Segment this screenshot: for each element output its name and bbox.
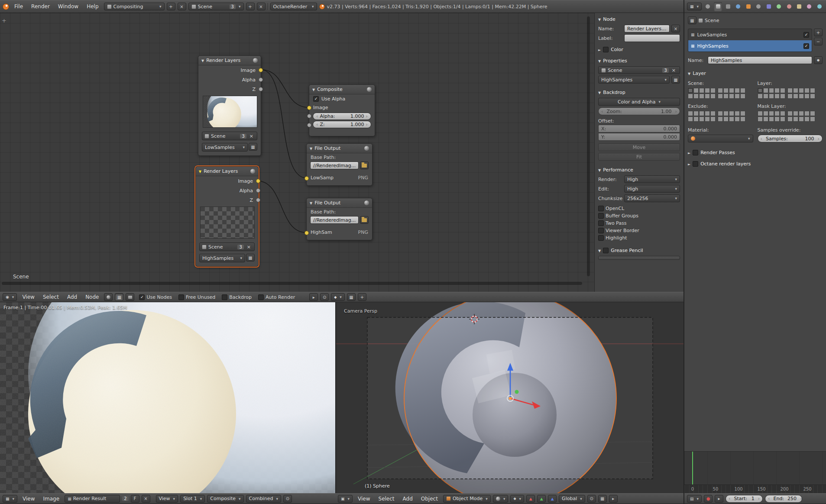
- render-layer-select[interactable]: HighSamples: [199, 254, 245, 262]
- render-layers-node-1[interactable]: Render Layers Image Alpha Z Scene 3 × Lo…: [198, 55, 261, 156]
- layer-toggle-cell[interactable]: [774, 88, 780, 93]
- grease-pencil-checkbox[interactable]: [603, 248, 609, 253]
- snap-toggle[interactable]: ⊙: [320, 293, 329, 301]
- image-output-socket[interactable]: [259, 68, 263, 72]
- collapse-icon[interactable]: [201, 58, 204, 63]
- layer-toggle-cell[interactable]: [769, 116, 774, 122]
- layer-toggle-cell[interactable]: [810, 94, 815, 99]
- tab-texture-icon[interactable]: [795, 2, 803, 11]
- use-alpha-checkbox[interactable]: [313, 96, 319, 102]
- extra-icon-button[interactable]: ●: [814, 56, 823, 64]
- node-label-field[interactable]: [624, 34, 680, 42]
- render-engine-select[interactable]: OctaneRender: [270, 3, 317, 10]
- layer-toggle-cell[interactable]: [774, 111, 780, 116]
- remove-layer-button[interactable]: −: [814, 38, 823, 45]
- node-header[interactable]: File Output: [307, 198, 372, 208]
- snap-mode-select[interactable]: ◆: [331, 293, 345, 301]
- close-scene-button[interactable]: ×: [257, 3, 266, 10]
- menu-render[interactable]: Render: [28, 3, 53, 10]
- mode-select[interactable]: Object Mode: [443, 495, 491, 503]
- close-layout-button[interactable]: ×: [178, 3, 186, 10]
- texture-nodes-toggle[interactable]: [126, 293, 134, 301]
- section-octane-render-layers[interactable]: Octane render layers: [700, 161, 751, 167]
- manipulator-scale-toggle[interactable]: ▲: [548, 495, 557, 503]
- layer-toggle-cell[interactable]: [774, 94, 780, 99]
- layer-toggle-cell[interactable]: [780, 111, 785, 116]
- alpha-input-socket[interactable]: [307, 114, 311, 118]
- collapse-icon[interactable]: [688, 71, 690, 76]
- layer-use-checkbox[interactable]: [803, 32, 809, 38]
- record-button[interactable]: ●: [704, 495, 713, 503]
- manipulator-rotate-toggle[interactable]: ▲: [537, 495, 546, 503]
- render-layer-select[interactable]: Composite: [207, 495, 243, 503]
- unlink-icon[interactable]: ×: [248, 133, 255, 139]
- node-header[interactable]: Render Layers: [196, 167, 258, 176]
- users-count[interactable]: 3: [240, 134, 246, 139]
- clear-name-button[interactable]: ×: [671, 25, 680, 32]
- layer-toggle-cell[interactable]: [804, 116, 810, 122]
- opencl-checkbox[interactable]: [598, 206, 604, 211]
- layer-toggle-cell[interactable]: [693, 94, 699, 99]
- section-render-passes[interactable]: Render Passes: [700, 150, 735, 155]
- image-input-socket[interactable]: [307, 106, 311, 110]
- layer-toggle-cell[interactable]: [810, 111, 815, 116]
- preview-ball-icon[interactable]: [364, 200, 369, 205]
- layer-toggle-cell[interactable]: [705, 88, 710, 93]
- layer-toggle-cell[interactable]: [699, 94, 704, 99]
- unlink-image-button[interactable]: ×: [142, 495, 150, 503]
- free-unused-checkbox[interactable]: [178, 294, 184, 300]
- menu-add[interactable]: Add: [400, 495, 416, 503]
- tab-modifiers-icon[interactable]: [764, 2, 772, 11]
- menu-image[interactable]: Image: [40, 495, 63, 503]
- menu-window[interactable]: Window: [55, 3, 81, 10]
- collapse-icon[interactable]: [598, 167, 601, 173]
- editor-type-select[interactable]: ▣: [338, 495, 353, 503]
- chunksize-select[interactable]: 256x256: [624, 194, 680, 202]
- list-item[interactable]: ▦ LowSamples: [688, 29, 812, 40]
- layer-toggle-cell[interactable]: [729, 88, 734, 93]
- compositing-nodes-toggle[interactable]: ▦: [115, 293, 123, 301]
- render-passes-checkbox[interactable]: [693, 150, 698, 155]
- alpha-slider[interactable]: Alpha:1.000: [313, 113, 371, 120]
- layer-toggle-cell[interactable]: [693, 111, 699, 116]
- unlink-icon[interactable]: ×: [246, 244, 252, 250]
- layer-toggle-cell[interactable]: [740, 116, 745, 122]
- blender-logo-icon[interactable]: [3, 3, 9, 10]
- base-path-field[interactable]: //RenderedImag...: [310, 162, 359, 169]
- image-output-socket[interactable]: [256, 179, 260, 183]
- rerender-layer-button[interactable]: ▦: [671, 76, 680, 84]
- layer-name-field[interactable]: HighSamples: [708, 56, 812, 64]
- node-header[interactable]: File Output: [307, 144, 372, 153]
- tab-world-icon[interactable]: [734, 2, 742, 11]
- menu-view[interactable]: View: [355, 495, 373, 503]
- browse-folder-button[interactable]: [360, 162, 369, 169]
- node-name-field[interactable]: Render Layers....: [624, 25, 670, 32]
- render-layer-select[interactable]: LowSamples: [202, 143, 248, 152]
- use-nodes-checkbox[interactable]: [139, 294, 145, 300]
- layer-toggle-cell[interactable]: [763, 94, 768, 99]
- menu-view[interactable]: View: [19, 495, 38, 503]
- layer-use-checkbox[interactable]: [803, 43, 809, 49]
- image-datablock-select[interactable]: ▦ Render Result: [65, 495, 120, 503]
- paste-nodes-button[interactable]: +: [358, 293, 366, 301]
- scene-select[interactable]: Scene 3: [188, 3, 244, 10]
- timeline-ruler[interactable]: 0 50 100 150 200 250: [684, 485, 826, 493]
- menu-file[interactable]: File: [11, 3, 26, 10]
- go-parent-tree-button[interactable]: ▸: [309, 293, 318, 301]
- material-override-select[interactable]: [688, 135, 753, 142]
- layer-toggle-cell[interactable]: [688, 88, 693, 93]
- preview-ball-icon[interactable]: [253, 58, 258, 63]
- node-header[interactable]: Render Layers: [198, 56, 261, 65]
- layer-toggle-cell[interactable]: [799, 116, 804, 122]
- editor-type-select[interactable]: ▦: [687, 3, 702, 10]
- screen-layout-select[interactable]: Compositing: [104, 3, 165, 10]
- menu-node[interactable]: Node: [82, 293, 102, 301]
- area-corner-widget[interactable]: +: [2, 17, 6, 24]
- collapse-icon[interactable]: [310, 200, 312, 206]
- layer-toggle-cell[interactable]: [793, 111, 798, 116]
- z-output-socket[interactable]: [256, 198, 260, 202]
- collapse-icon[interactable]: [310, 145, 312, 151]
- color-checkbox[interactable]: [603, 47, 609, 52]
- backdrop-fit-button[interactable]: Fit: [598, 153, 680, 161]
- layer-toggle-cell[interactable]: [758, 116, 763, 122]
